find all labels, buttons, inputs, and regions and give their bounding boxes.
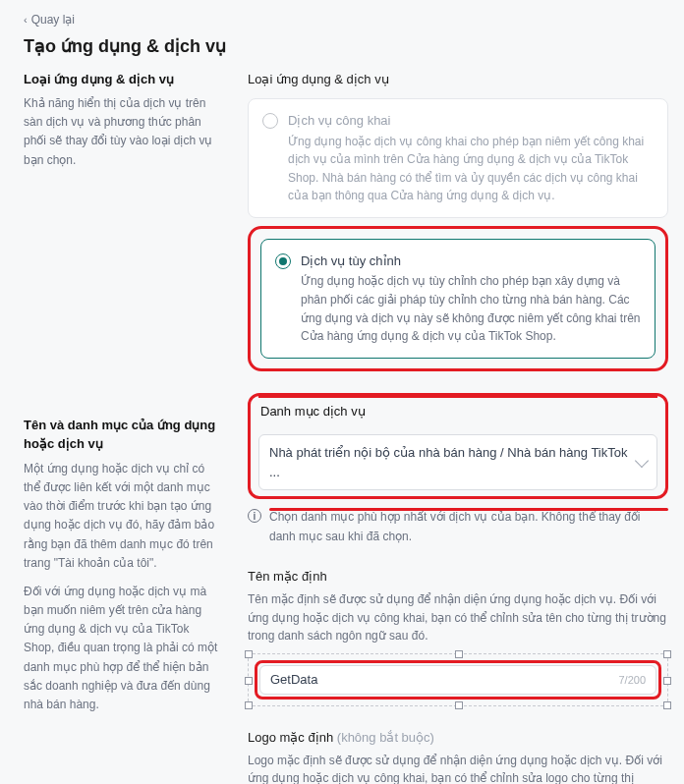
left-name-desc1: Một ứng dụng hoặc dịch vụ chỉ có thể đượ… — [24, 460, 220, 573]
left-type-desc: Khả năng hiển thị của dịch vụ trên sàn d… — [24, 94, 220, 170]
name-desc: Tên mặc định sẽ được sử dụng để nhận diệ… — [248, 590, 668, 645]
back-link[interactable]: ‹ Quay lại — [24, 11, 75, 28]
chevron-down-icon — [635, 454, 649, 468]
left-name-heading: Tên và danh mục của ứng dụng hoặc dịch v… — [24, 416, 220, 454]
page-title: Tạo ứng dụng & dịch vụ — [24, 33, 668, 60]
category-label: Danh mục dịch vụ — [258, 402, 657, 427]
info-icon: i — [248, 509, 261, 523]
name-input[interactable] — [270, 672, 618, 687]
category-info: Chọn danh mục phù hợp nhất với dịch vụ c… — [269, 510, 641, 543]
selection-frame: 7/200 — [248, 653, 668, 707]
radio-icon — [275, 253, 291, 269]
highlight-frame-custom: Dịch vụ tùy chỉnh Ứng dụng hoặc dịch vụ … — [248, 226, 668, 371]
back-label: Quay lại — [31, 11, 75, 28]
highlight-strike — [269, 508, 668, 511]
left-name-desc2: Đối với ứng dụng hoặc dịch vụ mà bạn muố… — [24, 583, 220, 714]
category-select[interactable]: Nhà phát triển nội bộ của nhà bán hàng /… — [258, 434, 657, 490]
highlight-strike — [258, 395, 657, 398]
name-label: Tên mặc định — [248, 567, 668, 587]
logo-desc: Logo mặc định sẽ được sử dụng để nhận di… — [248, 752, 668, 784]
radio-custom-title: Dịch vụ tùy chỉnh — [301, 252, 641, 271]
name-input-wrap[interactable]: 7/200 — [259, 665, 656, 696]
highlight-frame-category: Danh mục dịch vụ Nhà phát triển nội bộ c… — [248, 393, 668, 500]
logo-optional: (không bắt buộc) — [337, 730, 434, 745]
radio-public-title: Dịch vụ công khai — [288, 111, 654, 131]
radio-custom-service[interactable]: Dịch vụ tùy chỉnh Ứng dụng hoặc dịch vụ … — [260, 239, 656, 359]
radio-custom-desc: Ứng dụng hoặc dịch vụ tùy chỉnh cho phép… — [301, 272, 641, 345]
left-type-heading: Loại ứng dụng & dịch vụ — [24, 70, 220, 89]
radio-icon — [262, 113, 278, 129]
name-char-count: 7/200 — [618, 672, 646, 689]
highlight-frame-name: 7/200 — [255, 660, 661, 700]
radio-public-service[interactable]: Dịch vụ công khai Ứng dụng hoặc dịch vụ … — [248, 98, 668, 218]
radio-public-desc: Ứng dụng hoặc dịch vụ công khai cho phép… — [288, 133, 654, 205]
chevron-left-icon: ‹ — [24, 12, 28, 28]
category-selected-value: Nhà phát triển nội bộ của nhà bán hàng /… — [269, 443, 637, 481]
right-type-heading: Loại ứng dụng & dịch vụ — [248, 70, 668, 89]
logo-label: Logo mặc định (không bắt buộc) — [248, 728, 668, 748]
